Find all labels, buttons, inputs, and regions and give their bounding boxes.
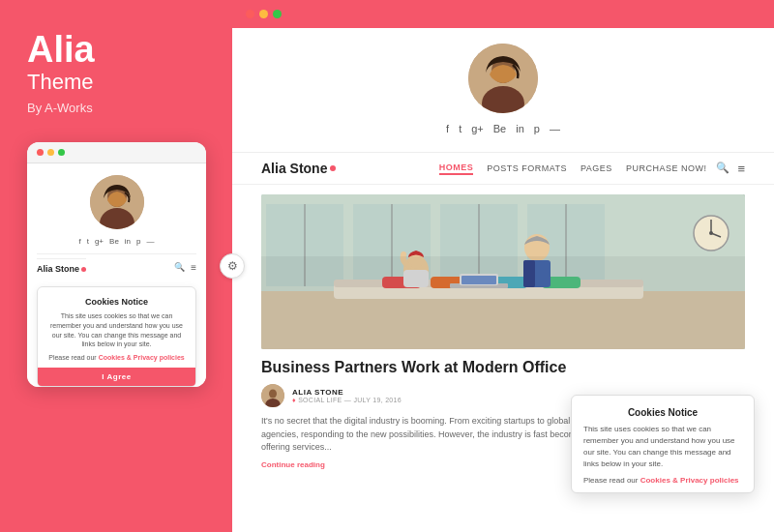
mobile-nav-icons: 🔍 ≡ [174,262,196,273]
svg-rect-33 [460,274,498,285]
svg-rect-28 [403,270,429,287]
desktop-dot-yellow [259,10,268,18]
svg-rect-21 [334,280,643,287]
mobile-cookie-title: Cookies Notice [47,297,186,307]
post-date-text: JULY 19, 2016 [353,397,402,403]
social-google: g+ [95,237,104,246]
desktop-social-soundcloud: — [550,123,560,134]
post-category: SOCIAL LIFE [298,397,342,403]
post-meta-info: ALIA STONE ♦ SOCIAL LIFE — JULY 19, 2016 [292,388,402,403]
desktop-dot-green [273,10,282,18]
post-title: Business Partners Work at Modern Office [261,359,745,376]
site-name: Alia Stone [261,161,439,176]
desktop-browser-bar [232,0,774,28]
social-behance: Be [109,237,119,246]
site-social-row: f t g+ Be in p — [446,123,560,134]
mobile-cookie-button[interactable]: I Agree [38,368,195,386]
desktop-social-behance: Be [493,123,506,134]
desktop-social-facebook: f [446,123,449,134]
nav-posts-formats[interactable]: POSTS FORMATS [487,163,567,173]
mobile-browser-bar [27,142,206,163]
hero-image [261,194,745,349]
desktop-social-pinterest: p [534,123,540,134]
category-icon: ♦ [292,397,296,403]
social-twitter: t [87,237,89,246]
app-author: By A-Works [27,101,205,115]
desktop-cookie-text: This site uses cookies so that we can re… [583,424,742,470]
nav-homes[interactable]: HOMES [439,163,474,175]
site-header-top: f t g+ Be in p — [232,28,774,153]
desktop-search-icon[interactable]: 🔍 [716,162,729,176]
desktop-social-google: g+ [471,123,484,134]
mobile-cookie-box: Cookies Notice This site uses cookies so… [37,286,196,387]
social-facebook: f [78,237,80,246]
app-title: Alia [27,31,205,68]
mobile-menu-icon[interactable]: ≡ [191,262,196,273]
svg-rect-31 [523,260,535,287]
desktop-social-instagram: in [516,123,524,134]
svg-rect-20 [334,281,643,299]
svg-rect-23 [431,277,469,288]
desktop-social-twitter: t [459,123,461,134]
mobile-site-name: Alia Stone [37,258,86,277]
svg-point-26 [403,255,429,284]
desktop-dot-red [246,10,254,18]
mobile-search-icon[interactable]: 🔍 [174,262,185,273]
social-soundcloud: — [147,237,155,246]
mobile-cookie-link: Please read our Cookies & Privacy polici… [47,354,186,361]
desktop-cookie-overlay: Cookies Notice This site uses cookies so… [571,395,755,493]
post-date: ♦ SOCIAL LIFE — JULY 19, 2016 [292,397,402,403]
svg-point-36 [269,390,277,399]
svg-rect-25 [542,277,580,288]
left-panel: Alia Theme By A-Works [0,0,232,532]
mobile-avatar [90,175,144,229]
right-panel: f t g+ Be in p — Alia Stone HOMES POSTS … [232,0,774,532]
site-name-dot [330,165,336,171]
svg-rect-7 [261,291,745,349]
dot-yellow [47,149,54,156]
mobile-preview: f t g+ Be in p — Alia Stone 🔍 ≡ [27,142,206,387]
desktop-cookie-title: Cookies Notice [583,407,742,418]
svg-rect-32 [450,283,508,288]
gear-icon: ⚙ [227,259,238,273]
social-instagram: in [125,237,131,246]
post-author-avatar [261,384,284,407]
site-nav-bar: Alia Stone HOMES POSTS FORMATS PAGES PUR… [232,153,774,185]
social-pinterest: p [136,237,140,246]
mobile-header-row: Alia Stone 🔍 ≡ [37,253,196,281]
mobile-cookie-text: This site uses cookies so that we can re… [47,311,186,349]
dot-green [58,149,65,156]
svg-rect-22 [382,277,421,288]
nav-pages[interactable]: PAGES [580,163,612,173]
nav-purchase[interactable]: PURCHASE NOW! [626,163,707,173]
site-avatar [468,44,538,113]
dot-red [37,149,44,156]
post-author-name: ALIA STONE [292,388,402,397]
site-nav-links: HOMES POSTS FORMATS PAGES PURCHASE NOW! [439,163,707,175]
app-subtitle: Theme [27,70,205,95]
svg-rect-30 [523,260,551,287]
svg-rect-34 [461,276,496,284]
mobile-content: f t g+ Be in p — Alia Stone 🔍 ≡ [27,163,206,387]
site-nav-icons: 🔍 ≡ [716,162,745,176]
settings-gear-button[interactable]: ⚙ [220,253,245,279]
desktop-cookie-link: Please read our Cookies & Privacy polici… [583,476,742,485]
desktop-menu-icon[interactable]: ≡ [737,162,745,176]
dot-pink [81,267,86,272]
mobile-social-icons: f t g+ Be in p — [37,237,196,246]
svg-rect-24 [489,277,527,288]
